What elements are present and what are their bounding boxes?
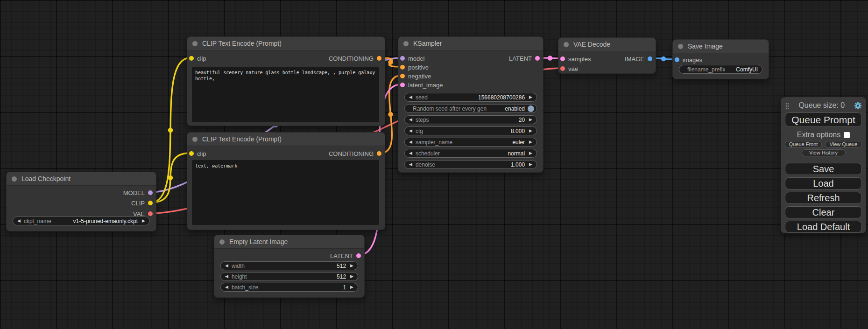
decrement-arrow-icon[interactable]: ◀ <box>225 264 228 268</box>
view-queue-button[interactable]: View Queue <box>825 141 862 148</box>
ksampler-node[interactable]: KSamplermodelpositivenegativelatent_imag… <box>398 36 543 173</box>
increment-arrow-icon[interactable]: ▶ <box>529 129 532 133</box>
clip-text-encode-positive-node[interactable]: CLIP Text Encode (Prompt)clipCONDITIONIN… <box>187 36 385 126</box>
widget-label: ckpt_name <box>24 218 51 224</box>
decrement-arrow-icon[interactable]: ◀ <box>225 285 228 289</box>
widget-value: enabled <box>505 105 525 112</box>
queue-panel[interactable]: ⣿ Queue size: 0 Queue Prompt Extra optio… <box>781 97 866 233</box>
prompt-textarea[interactable]: text, watermark <box>192 160 379 225</box>
collapse-dot-icon[interactable] <box>192 41 198 46</box>
output-slot-label: CLIP <box>131 200 145 207</box>
output-port-image[interactable] <box>648 56 652 61</box>
queue-prompt-button[interactable]: Queue Prompt <box>785 112 862 127</box>
clear-button[interactable]: Clear <box>785 206 862 218</box>
toggle-dot-icon[interactable] <box>528 105 534 112</box>
input-port-images[interactable] <box>675 57 679 62</box>
output-slot-latent: LATENT <box>214 252 364 260</box>
collapse-dot-icon[interactable] <box>678 44 683 49</box>
save-image-node[interactable]: Save Imageimagesfilename_prefixComfyUI <box>672 39 769 79</box>
widget-label: Random seed after every gen <box>413 105 487 112</box>
extra-options-checkbox[interactable] <box>844 132 850 138</box>
refresh-button[interactable]: Refresh <box>785 192 862 204</box>
widget-value: normal <box>508 150 525 157</box>
node-titlebar: Load Checkpoint <box>7 172 156 186</box>
widget-denoise[interactable]: ◀denoise1.000▶ <box>404 160 537 169</box>
widget-batch_size[interactable]: ◀batch_size1▶ <box>220 283 358 292</box>
increment-arrow-icon[interactable]: ▶ <box>350 285 353 289</box>
output-slot-model: MODEL <box>7 189 156 197</box>
decrement-arrow-icon[interactable]: ◀ <box>409 129 412 133</box>
output-slot-conditioning: CONDITIONING <box>187 54 385 63</box>
widget-cfg[interactable]: ◀cfg8.000▶ <box>404 126 537 135</box>
increment-arrow-icon[interactable]: ▶ <box>350 274 353 279</box>
output-port-conditioning[interactable] <box>377 56 381 61</box>
increment-arrow-icon[interactable]: ▶ <box>142 219 145 223</box>
output-port-conditioning[interactable] <box>377 151 381 156</box>
node-canvas[interactable]: Load CheckpointMODELCLIPVAE◀ckpt_namev1-… <box>0 0 868 329</box>
collapse-dot-icon[interactable] <box>219 239 225 245</box>
input-port-negative[interactable] <box>400 74 405 78</box>
widget-ckpt_name[interactable]: ◀ckpt_namev1-5-pruned-emaonly.ckpt▶ <box>13 217 150 225</box>
link-midpoint-dot <box>548 56 552 60</box>
link-midpoint-dot <box>168 175 173 180</box>
widget-seed[interactable]: ◀seed156680208700286▶ <box>404 93 537 102</box>
view-history-button[interactable]: View History <box>802 149 846 156</box>
load-checkpoint-node[interactable]: Load CheckpointMODELCLIPVAE◀ckpt_namev1-… <box>6 172 156 231</box>
collapse-dot-icon[interactable] <box>564 42 569 47</box>
settings-gear-icon[interactable] <box>854 102 862 110</box>
queue-panel-header: ⣿ Queue size: 0 <box>785 99 862 112</box>
decrement-arrow-icon[interactable]: ◀ <box>409 140 412 144</box>
save-button[interactable]: Save <box>785 163 862 175</box>
collapse-dot-icon[interactable] <box>403 41 409 46</box>
collapse-dot-icon[interactable] <box>192 137 198 142</box>
drag-handle-icon[interactable]: ⣿ <box>785 103 790 109</box>
widget-steps[interactable]: ◀steps20▶ <box>404 115 537 124</box>
node-title: KSampler <box>413 40 442 47</box>
widget-height[interactable]: ◀height512▶ <box>220 272 358 281</box>
load-default-button[interactable]: Load Default <box>785 221 862 233</box>
increment-arrow-icon[interactable]: ▶ <box>529 95 532 99</box>
output-slot-latent: LATENT <box>398 54 543 63</box>
load-button[interactable]: Load <box>785 177 862 189</box>
decrement-arrow-icon[interactable]: ◀ <box>225 274 228 279</box>
vae-decode-node[interactable]: VAE DecodesamplesvaeIMAGE <box>558 37 656 74</box>
input-port-vae[interactable] <box>560 66 565 71</box>
widget-random-seed-after-every-gen[interactable]: Random seed after every genenabled <box>404 104 537 113</box>
output-slot-label: CONDITIONING <box>329 150 374 157</box>
decrement-arrow-icon[interactable]: ◀ <box>409 95 412 99</box>
output-slot-label: LATENT <box>330 252 353 259</box>
increment-arrow-icon[interactable]: ▶ <box>350 264 353 268</box>
output-port-model[interactable] <box>148 190 153 195</box>
clip-text-encode-negative-node[interactable]: CLIP Text Encode (Prompt)clipCONDITIONIN… <box>187 132 385 230</box>
widget-scheduler[interactable]: ◀schedulernormal▶ <box>404 149 537 158</box>
decrement-arrow-icon[interactable]: ◀ <box>409 162 412 167</box>
link-midpoint-dot <box>388 60 393 64</box>
input-slot-latent_image: latent_image <box>398 81 543 89</box>
output-port-vae[interactable] <box>148 211 153 216</box>
node-titlebar: Save Image <box>673 40 769 53</box>
decrement-arrow-icon[interactable]: ◀ <box>17 219 21 223</box>
decrement-arrow-icon[interactable]: ◀ <box>409 118 412 122</box>
queue-front-button[interactable]: Queue Front <box>785 141 822 148</box>
output-port-latent[interactable] <box>356 253 361 258</box>
output-port-latent[interactable] <box>535 56 540 61</box>
increment-arrow-icon[interactable]: ▶ <box>529 151 532 155</box>
collapse-dot-icon[interactable] <box>12 176 17 182</box>
node-title: CLIP Text Encode (Prompt) <box>202 135 282 143</box>
input-port-positive[interactable] <box>400 65 405 70</box>
prompt-textarea[interactable]: beautiful scenery nature glass bottle la… <box>192 67 379 122</box>
widget-sampler_name[interactable]: ◀sampler_nameeuler▶ <box>404 138 537 147</box>
decrement-arrow-icon[interactable]: ◀ <box>409 151 412 155</box>
increment-arrow-icon[interactable]: ▶ <box>529 140 532 144</box>
increment-arrow-icon[interactable]: ▶ <box>529 162 532 167</box>
widget-value: v1-5-pruned-emaonly.ckpt <box>73 218 138 224</box>
widget-label: cfg <box>416 128 423 134</box>
widget-width[interactable]: ◀width512▶ <box>220 261 358 270</box>
output-port-clip[interactable] <box>148 201 153 205</box>
increment-arrow-icon[interactable]: ▶ <box>529 118 532 122</box>
input-port-latent_image[interactable] <box>400 83 405 87</box>
widget-value: 1.000 <box>511 161 525 168</box>
input-slot-label: positive <box>408 64 429 71</box>
empty-latent-image-node[interactable]: Empty Latent ImageLATENT◀width512▶◀heigh… <box>214 235 365 298</box>
widget-filename_prefix[interactable]: filename_prefixComfyUI <box>679 65 762 74</box>
